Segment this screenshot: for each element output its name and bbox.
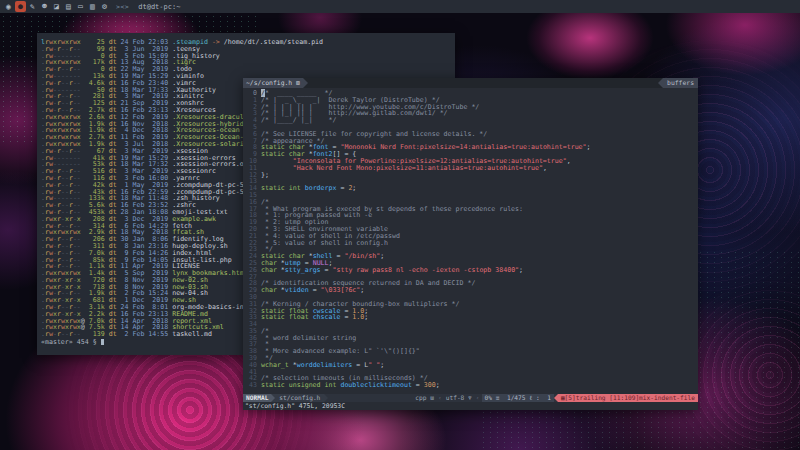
fish-shell-glyph: ><> bbox=[116, 3, 129, 11]
filetype-segment: cpp ⊞ bbox=[413, 394, 436, 402]
segment-separator: ‹ bbox=[474, 394, 482, 402]
code-line: 40wchar_t *worddelimiters = L" "; bbox=[243, 362, 698, 369]
tab-icon: ⊞ bbox=[296, 79, 300, 87]
line-number: 0 bbox=[243, 90, 261, 97]
launcher-icons: ◉●✎☻◪▤▭▥⚙ bbox=[3, 1, 111, 12]
code-line: 36 * word delimiter string bbox=[243, 335, 698, 342]
code-line: 14static int borderpx = 2; bbox=[243, 185, 698, 192]
filetype-icon: ⊞ bbox=[430, 394, 434, 401]
code-line: 33static float chscale = 1.0; bbox=[243, 314, 698, 321]
symlink-target: /home/dt/.steam/steam.pid bbox=[224, 38, 323, 46]
code-line: 4/* |____/ |_| */ bbox=[243, 117, 698, 124]
encoding-icon: ♆ bbox=[468, 394, 472, 401]
encoding-segment: utf-8 ♆ bbox=[444, 394, 474, 402]
file-size: 139 bbox=[85, 330, 105, 338]
line-number: 2 bbox=[243, 104, 261, 111]
segment-separator: ‹ bbox=[436, 394, 444, 402]
top-panel: ◉●✎☻◪▤▭▥⚙ ><> dt@dt-pc:~ bbox=[0, 0, 800, 13]
prompt-symbol: § bbox=[93, 338, 97, 346]
line-number: 1 bbox=[243, 97, 261, 104]
vim-terminal[interactable]: ~/s/config.h ⊞ buffers 0/* ____ _____ */… bbox=[243, 78, 698, 410]
window-title: dt@dt-pc:~ bbox=[138, 3, 180, 11]
file-date: 2 Feb 14:55 bbox=[121, 330, 173, 338]
code-line: 15 bbox=[243, 192, 698, 199]
line-number: 4 bbox=[243, 117, 261, 124]
vim-statusline: NORMAL st/config.h cpp ⊞ ‹ utf-8 ♆ ‹ 0% … bbox=[243, 394, 698, 402]
line-number: 8 bbox=[243, 144, 261, 151]
history-number: 454 bbox=[77, 338, 89, 346]
tab-config-h[interactable]: ~/s/config.h ⊞ bbox=[243, 78, 303, 88]
files-icon[interactable]: ▥ bbox=[87, 1, 98, 12]
code-line: 11 "Hack Nerd Font Mono:pixelsize=11:ant… bbox=[243, 165, 698, 172]
settings-icon[interactable]: ⚙ bbox=[99, 1, 110, 12]
line-number: 6 bbox=[243, 131, 261, 138]
code-line: 12}; bbox=[243, 172, 698, 179]
symlink-arrow: -> bbox=[208, 38, 224, 46]
file-name: taskell.md bbox=[172, 330, 212, 338]
file-owner: dt bbox=[105, 330, 121, 338]
statusline-filename: st/config.h bbox=[275, 394, 324, 402]
list-icon: ≡ bbox=[496, 394, 500, 401]
line-number: 5 bbox=[243, 124, 261, 131]
monitor-icon[interactable]: ▭ bbox=[75, 1, 86, 12]
code-line: 38 * More advanced example: L" `'\"()[]{… bbox=[243, 348, 698, 355]
code-line: 29char *vtiden = "\033[?6c"; bbox=[243, 287, 698, 294]
vim-tabline: ~/s/config.h ⊞ buffers bbox=[243, 78, 698, 88]
image-icon[interactable]: ◪ bbox=[51, 1, 62, 12]
code-line: 34 bbox=[243, 321, 698, 328]
position-segment: 0% ≡ 1/475 ℓ : 1 bbox=[482, 394, 554, 402]
edit-icon[interactable]: ✎ bbox=[27, 1, 38, 12]
buffers-label[interactable]: buffers bbox=[663, 78, 698, 88]
line-number: 7 bbox=[243, 138, 261, 145]
line-number: 3 bbox=[243, 110, 261, 117]
vim-commandline: "st/config.h" 475L, 20953C bbox=[243, 402, 698, 410]
terminal-cursor bbox=[101, 339, 105, 345]
vim-buffer[interactable]: 0/* ____ _____ */1/* | _ \_ _| Derek Tay… bbox=[243, 88, 698, 394]
mode-indicator: NORMAL bbox=[243, 394, 271, 402]
permissions: .rw-r--r-- bbox=[41, 330, 85, 338]
desktop: ◉●✎☻◪▤▭▥⚙ ><> dt@dt-pc:~ lrwxrwxrwx 25 d… bbox=[0, 0, 800, 450]
browser-icon[interactable]: ◉ bbox=[3, 1, 14, 12]
line-number: 43 bbox=[243, 382, 261, 389]
user-icon[interactable]: ☻ bbox=[39, 1, 50, 12]
code-line: 22 * 5: value of shell in config.h bbox=[243, 240, 698, 247]
record-icon[interactable]: ● bbox=[15, 1, 26, 12]
folder-icon[interactable]: ▤ bbox=[63, 1, 74, 12]
git-branch: «master» bbox=[41, 338, 73, 346]
code-line: 26char *stty_args = "stty raw pass8 nl -… bbox=[243, 267, 698, 274]
whitespace-warning: ▦[5]trailing [11:109]mix-indent-file bbox=[558, 394, 698, 402]
code-line: 43static unsigned int doubleclicktimeout… bbox=[243, 382, 698, 389]
